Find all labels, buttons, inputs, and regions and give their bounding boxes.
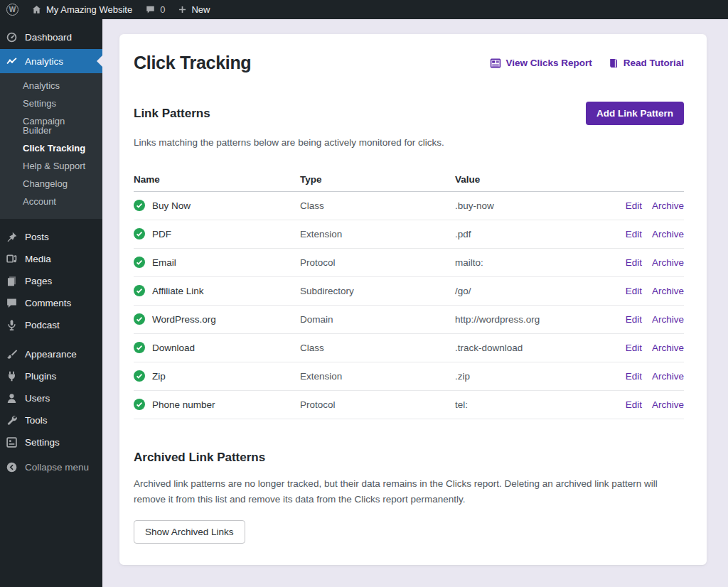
sidebar-item-podcast[interactable]: Podcast: [0, 314, 102, 336]
analytics-icon: [6, 55, 18, 68]
page-title: Click Tracking: [134, 53, 251, 73]
plus-icon: [178, 5, 187, 14]
pattern-value: tel:: [455, 399, 606, 410]
sidebar-item-tools[interactable]: Tools: [0, 409, 102, 431]
clicks-report-icon: [490, 58, 501, 69]
settings-icon: [6, 436, 18, 448]
column-header-type: Type: [300, 174, 455, 185]
edit-link[interactable]: Edit: [626, 286, 642, 296]
add-link-pattern-button[interactable]: Add Link Pattern: [586, 102, 684, 125]
submenu-item-settings[interactable]: Settings: [0, 95, 102, 112]
read-tutorial-link[interactable]: Read Tutorial: [608, 58, 684, 69]
active-check-icon: [134, 342, 145, 353]
edit-link[interactable]: Edit: [626, 399, 642, 410]
sidebar-item-label: Media: [25, 254, 51, 264]
analytics-submenu: Analytics Settings Campaign Builder Clic…: [0, 73, 102, 219]
sidebar-item-comments[interactable]: Comments: [0, 292, 102, 314]
pattern-value: .track-download: [455, 343, 606, 353]
link-patterns-description: Links matching the patterns below are be…: [134, 136, 684, 151]
sidebar-item-media[interactable]: Media: [0, 248, 102, 270]
edit-link[interactable]: Edit: [626, 371, 642, 382]
user-icon: [6, 392, 18, 404]
pages-icon: [6, 275, 18, 287]
site-name-link[interactable]: My Amazing Website: [25, 0, 139, 19]
table-row: Email Protocol mailto: EditArchive: [134, 249, 684, 277]
pattern-type: Class: [300, 200, 455, 211]
pattern-name: Email: [152, 257, 176, 268]
new-label: New: [191, 4, 210, 15]
click-tracking-panel: Click Tracking View Clicks Report Read T…: [119, 34, 707, 565]
submenu-item-help-support[interactable]: Help & Support: [0, 157, 102, 175]
archive-link[interactable]: Archive: [652, 399, 684, 410]
edit-link[interactable]: Edit: [626, 314, 642, 325]
pushpin-icon: [6, 231, 18, 243]
edit-link[interactable]: Edit: [626, 229, 642, 239]
archive-link[interactable]: Archive: [652, 371, 684, 382]
pattern-value: .zip: [455, 371, 606, 382]
pattern-name: Buy Now: [152, 200, 191, 211]
collapse-arrow-icon: [6, 461, 18, 473]
archive-link[interactable]: Archive: [652, 229, 684, 239]
submenu-item-campaign-builder[interactable]: Campaign Builder: [0, 112, 102, 139]
active-check-icon: [134, 200, 145, 211]
edit-link[interactable]: Edit: [626, 257, 642, 268]
paintbrush-icon: [6, 348, 18, 360]
book-icon: [608, 58, 619, 69]
sidebar-item-users[interactable]: Users: [0, 387, 102, 409]
plug-icon: [6, 370, 18, 382]
sidebar-item-appearance[interactable]: Appearance: [0, 343, 102, 365]
sidebar-item-label: Plugins: [25, 371, 56, 382]
sidebar-item-posts[interactable]: Posts: [0, 226, 102, 248]
archive-link[interactable]: Archive: [652, 200, 684, 211]
wordpress-logo-icon: W: [6, 4, 18, 16]
archive-link[interactable]: Archive: [652, 286, 684, 296]
archive-link[interactable]: Archive: [652, 257, 684, 268]
sidebar-item-plugins[interactable]: Plugins: [0, 365, 102, 387]
table-row: WordPress.org Domain http://wordpress.or…: [134, 306, 684, 334]
sidebar-item-label: Dashboard: [25, 32, 72, 43]
column-header-name: Name: [134, 174, 300, 185]
archived-link-patterns-heading: Archived Link Patterns: [134, 451, 684, 465]
archived-description: Archived link patterns are no longer tra…: [134, 476, 684, 508]
sidebar: Dashboard Analytics Analytics Settings C…: [0, 19, 102, 587]
edit-link[interactable]: Edit: [626, 200, 642, 211]
pattern-value: mailto:: [455, 257, 606, 268]
submenu-item-changelog[interactable]: Changelog: [0, 175, 102, 193]
pattern-name: Affiliate Link: [152, 286, 204, 296]
sidebar-item-label: Users: [25, 393, 50, 404]
table-row: Zip Extension .zip EditArchive: [134, 362, 684, 391]
submenu-item-click-tracking[interactable]: Click Tracking: [0, 139, 102, 157]
pattern-value: /go/: [455, 286, 606, 296]
wordpress-logo[interactable]: W: [0, 0, 25, 19]
active-check-icon: [134, 399, 145, 410]
submenu-item-account[interactable]: Account: [0, 193, 102, 210]
pattern-type: Protocol: [300, 257, 455, 268]
sidebar-item-analytics[interactable]: Analytics: [0, 49, 102, 73]
active-check-icon: [134, 313, 145, 325]
collapse-menu-button[interactable]: Collapse menu: [0, 456, 102, 478]
edit-link[interactable]: Edit: [626, 343, 642, 353]
show-archived-links-button[interactable]: Show Archived Links: [134, 520, 245, 544]
comments-icon: [6, 297, 18, 309]
view-clicks-report-link[interactable]: View Clicks Report: [490, 58, 592, 69]
archive-link[interactable]: Archive: [652, 314, 684, 325]
new-content-button[interactable]: New: [171, 0, 216, 19]
pattern-type: Extension: [300, 229, 455, 239]
wrench-icon: [6, 414, 18, 426]
sidebar-item-settings[interactable]: Settings: [0, 431, 102, 453]
sidebar-item-dashboard[interactable]: Dashboard: [0, 25, 102, 49]
submenu-item-analytics[interactable]: Analytics: [0, 77, 102, 95]
pattern-name: Phone number: [152, 399, 215, 410]
pattern-name: Download: [152, 343, 195, 353]
comments-bubble[interactable]: 0: [139, 0, 171, 19]
sidebar-item-label: Appearance: [25, 349, 77, 360]
sidebar-item-label: Collapse menu: [25, 462, 89, 473]
sidebar-item-label: Podcast: [25, 320, 60, 330]
archive-link[interactable]: Archive: [652, 343, 684, 353]
pattern-type: Extension: [300, 371, 455, 382]
sidebar-item-pages[interactable]: Pages: [0, 270, 102, 292]
pattern-value: http://wordpress.org: [455, 314, 606, 325]
media-icon: [6, 253, 18, 265]
sidebar-item-label: Posts: [25, 232, 49, 242]
site-name: My Amazing Website: [46, 4, 132, 15]
